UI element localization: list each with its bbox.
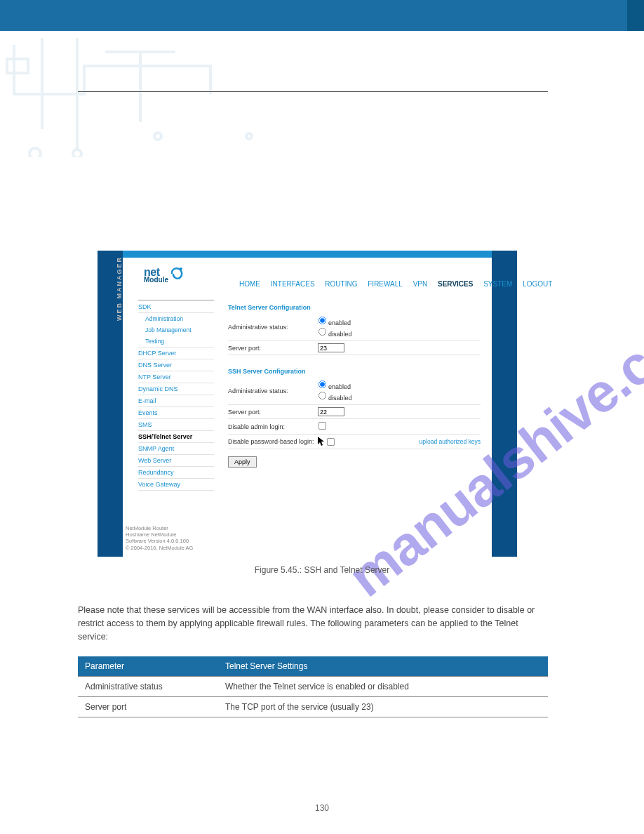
ssh-disabled-label: disabled xyxy=(328,395,352,402)
logo-text-sub: Module xyxy=(144,276,168,284)
telnet-enabled-label: enabled xyxy=(328,319,351,326)
footer-line3: Software Version 4.0.0.100 xyxy=(126,538,193,544)
figure-caption: Figure 5.45.: SSH and Telnet Server xyxy=(0,565,644,575)
table-row: Server port The TCP port of the service … xyxy=(78,697,548,717)
router-screenshot-inner: net Module HOME INTERFACES ROUTING FIREW… xyxy=(123,251,492,557)
sidebar-item-webserver[interactable]: Web Server xyxy=(138,455,214,467)
page-number: 130 xyxy=(0,803,644,813)
sidebar-item-dns[interactable]: DNS Server xyxy=(138,359,214,371)
nav-firewall[interactable]: FIREWALL xyxy=(368,280,403,288)
nav-services[interactable]: SERVICES xyxy=(438,280,473,288)
sidebar-item-ddns[interactable]: Dynamic DNS xyxy=(138,383,214,395)
table-cell-param: Server port xyxy=(78,697,218,717)
sidebar-item-sdk[interactable]: SDK xyxy=(138,300,214,313)
ssh-disable-pw-label: Disable password-based login: xyxy=(228,438,318,445)
telnet-heading: Telnet Server Configuration xyxy=(228,304,481,311)
table-header-row: Parameter Telnet Server Settings xyxy=(78,656,548,677)
router-header: net Module HOME INTERFACES ROUTING FIREW… xyxy=(123,258,492,296)
sidebar-item-sdk-job[interactable]: Job Management xyxy=(138,324,214,336)
svg-point-0 xyxy=(29,148,41,157)
main-nav: HOME INTERFACES ROUTING FIREWALL VPN SER… xyxy=(235,280,556,288)
table-row: Administrative status Whether the Telnet… xyxy=(78,677,548,697)
sidebar-item-voicegw[interactable]: Voice Gateway xyxy=(138,479,214,491)
sidebar-item-email[interactable]: E-mail xyxy=(138,395,214,407)
apply-button[interactable]: Apply xyxy=(228,456,257,468)
nav-home[interactable]: HOME xyxy=(239,280,260,288)
svg-point-2 xyxy=(154,133,161,140)
page-top-bar xyxy=(0,0,644,31)
svg-point-3 xyxy=(246,133,252,139)
table-cell-param: Administrative status xyxy=(78,677,218,697)
telnet-port-input[interactable] xyxy=(318,343,344,352)
telnet-port-label: Server port: xyxy=(228,345,318,352)
telnet-enabled-radio[interactable] xyxy=(318,317,326,324)
table-cell-desc: The TCP port of the service (usually 23) xyxy=(218,697,548,717)
sidebar-item-redundancy[interactable]: Redundancy xyxy=(138,467,214,479)
router-logo: net Module xyxy=(144,266,168,284)
config-content: Telnet Server Configuration Administrati… xyxy=(228,297,481,468)
footer-line4: © 2004-2016, NetModule AG xyxy=(126,545,193,551)
table-header-param: Parameter xyxy=(78,656,218,677)
sidebar-item-sms[interactable]: SMS xyxy=(138,419,214,431)
ssh-disable-admin-checkbox[interactable] xyxy=(318,422,326,430)
telnet-disabled-radio[interactable] xyxy=(318,328,326,336)
nav-system[interactable]: SYSTEM xyxy=(483,280,512,288)
ssh-disable-pw-row: Disable password-based login: upload aut… xyxy=(228,435,481,449)
svg-point-4 xyxy=(180,267,182,270)
router-top-stripe xyxy=(123,251,492,258)
ssh-port-row: Server port: xyxy=(228,405,481,419)
body-paragraph: Please note that these services will be … xyxy=(78,604,548,643)
header-rule xyxy=(78,91,548,92)
upload-keys-link[interactable]: upload authorized keys xyxy=(420,438,481,445)
sidebar-item-ssh-telnet[interactable]: SSH/Telnet Server xyxy=(138,431,214,443)
nav-logout[interactable]: LOGOUT xyxy=(523,280,552,288)
nav-vpn[interactable]: VPN xyxy=(413,280,428,288)
document-header xyxy=(0,39,644,88)
parameter-table: Parameter Telnet Server Settings Adminis… xyxy=(78,656,548,717)
ssh-enabled-label: enabled xyxy=(328,383,351,390)
footer-line2: Hostname NetModule xyxy=(126,531,193,538)
sidebar-item-dhcp[interactable]: DHCP Server xyxy=(138,348,214,359)
nav-interfaces[interactable]: INTERFACES xyxy=(271,280,315,288)
telnet-disabled-label: disabled xyxy=(328,331,352,338)
ssh-heading: SSH Server Configuration xyxy=(228,368,481,375)
ssh-disable-admin-label: Disable admin login: xyxy=(228,423,318,430)
ssh-disable-admin-row: Disable admin login: xyxy=(228,419,481,435)
sidebar-item-sdk-testing[interactable]: Testing xyxy=(138,336,214,348)
table-cell-desc: Whether the Telnet service is enabled or… xyxy=(218,677,548,697)
svg-point-1 xyxy=(73,150,81,157)
router-footer-info: NetModule Router Hostname NetModule Soft… xyxy=(123,525,193,552)
ssh-port-input[interactable] xyxy=(318,407,344,416)
footer-line1: NetModule Router xyxy=(126,525,193,531)
table-header-desc: Telnet Server Settings xyxy=(218,656,548,677)
telnet-port-row: Server port: xyxy=(228,341,481,355)
cursor-icon xyxy=(318,437,325,446)
sidebar-item-ntp[interactable]: NTP Server xyxy=(138,371,214,383)
ssh-admin-label: Administrative status: xyxy=(228,388,318,395)
ssh-enabled-radio[interactable] xyxy=(318,380,326,388)
nav-routing[interactable]: ROUTING xyxy=(325,280,357,288)
web-manager-label: WEB MANAGER xyxy=(116,256,123,321)
sidebar-item-sdk-admin[interactable]: Administration xyxy=(138,313,214,324)
sidebar-menu: SDK Administration Job Management Testin… xyxy=(138,300,214,491)
sidebar-item-snmp[interactable]: SNMP Agent xyxy=(138,443,214,455)
router-screenshot: net Module HOME INTERFACES ROUTING FIREW… xyxy=(98,251,517,557)
telnet-admin-row: Administrative status: enabled disabled xyxy=(228,314,481,341)
logo-swirl-icon xyxy=(169,265,186,282)
ssh-disabled-radio[interactable] xyxy=(318,392,326,399)
ssh-port-label: Server port: xyxy=(228,409,318,416)
ssh-admin-row: Administrative status: enabled disabled xyxy=(228,378,481,405)
telnet-admin-label: Administrative status: xyxy=(228,324,318,331)
sidebar-item-events[interactable]: Events xyxy=(138,407,214,419)
ssh-disable-pw-checkbox[interactable] xyxy=(327,437,335,445)
